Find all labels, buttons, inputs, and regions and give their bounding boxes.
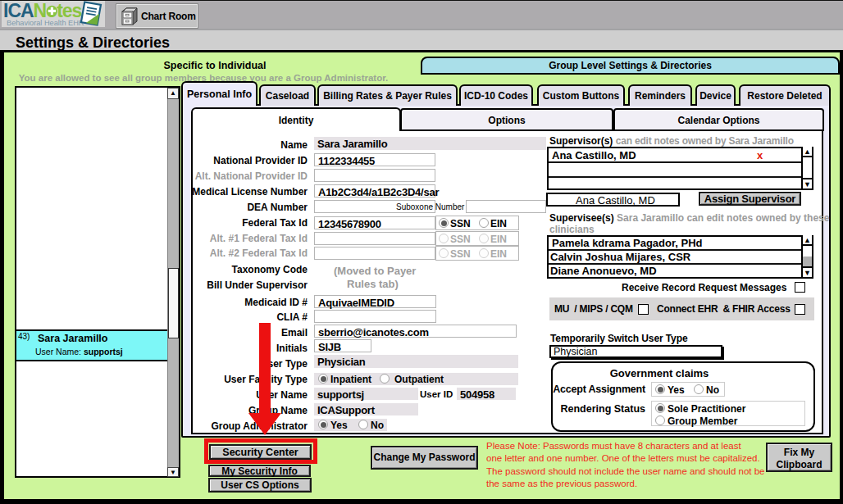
svg-text:Behavioral Health EHR: Behavioral Health EHR	[7, 19, 84, 27]
